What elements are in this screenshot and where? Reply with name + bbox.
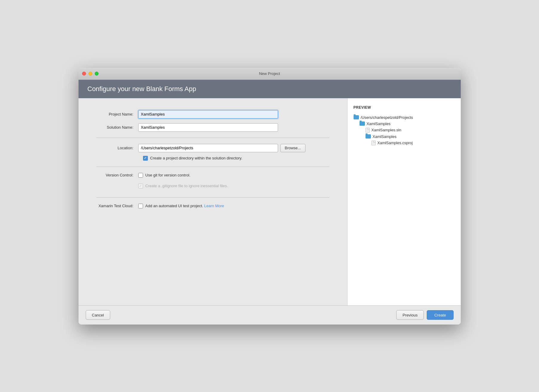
tree-label-xamlsamples-subfolder: XamlSamples [373, 134, 397, 139]
create-project-dir-label: Create a project directory within the so… [150, 156, 242, 160]
folder-icon [360, 122, 365, 126]
header-section: Configure your new Blank Forms App [79, 80, 461, 98]
tree-item-xamlsamples-folder: XamlSamples [354, 121, 455, 127]
traffic-lights [82, 72, 99, 76]
folder-icon [366, 134, 371, 139]
solution-name-label: Solution Name: [96, 125, 138, 130]
window-title: New Project [259, 71, 280, 76]
folder-icon [354, 115, 359, 119]
gitignore-checkbox-label: Create a .gitignore file to ignore iness… [145, 184, 228, 188]
form-panel: Project Name: Solution Name: Location: B… [79, 98, 347, 305]
project-name-label: Project Name: [96, 112, 138, 116]
tree-label-sln: XamlSamples.sln [371, 128, 401, 132]
automated-ui-row: Add an automated UI test project. Learn … [138, 204, 224, 208]
solution-name-row: Solution Name: [96, 123, 329, 132]
tree-item-xamlsamples-subfolder: XamlSamples [354, 133, 455, 140]
tree-label-csproj: XamlSamples.csproj [377, 141, 413, 145]
cancel-button[interactable]: Cancel [86, 310, 110, 320]
tree-label-root: /Users/charlespetzold/Projects [361, 115, 413, 120]
tree-item-root: /Users/charlespetzold/Projects [354, 114, 455, 121]
close-button[interactable] [82, 72, 86, 76]
preview-panel: PREVIEW /Users/charlespetzold/Projects X… [347, 98, 461, 305]
tree-item-sln: XamlSamples.sln [354, 127, 455, 133]
project-name-input[interactable] [138, 110, 278, 119]
divider-3 [96, 197, 329, 198]
content-area: Project Name: Solution Name: Location: B… [79, 98, 461, 305]
previous-button[interactable]: Previous [396, 310, 424, 320]
footer-right: Previous Create [396, 310, 454, 320]
footer: Cancel Previous Create [79, 305, 461, 325]
tree-label-xamlsamples-folder: XamlSamples [367, 122, 391, 126]
git-checkbox-row: Use git for version control. [138, 173, 228, 178]
xamarin-test-cloud-section: Xamarin Test Cloud: Add an automated UI … [96, 204, 329, 211]
create-project-dir-row: Create a project directory within the so… [143, 156, 329, 161]
location-input[interactable] [138, 144, 278, 152]
divider-2 [96, 167, 329, 167]
location-section: Location: Browse... Create a project dir… [96, 144, 329, 161]
divider-1 [96, 138, 329, 138]
gitignore-checkbox [138, 184, 143, 188]
solution-name-input[interactable] [138, 123, 278, 132]
gitignore-checkbox-row: Create a .gitignore file to ignore iness… [138, 184, 228, 188]
xamarin-row: Xamarin Test Cloud: Add an automated UI … [96, 204, 329, 211]
file-icon [366, 128, 370, 133]
tree-item-csproj: XamlSamples.csproj [354, 140, 455, 146]
file-icon [371, 141, 376, 145]
browse-button[interactable]: Browse... [280, 144, 305, 152]
project-name-row: Project Name: [96, 110, 329, 119]
project-name-section: Project Name: Solution Name: [96, 110, 329, 132]
version-control-label: Version Control: [96, 173, 138, 177]
page-title: Configure your new Blank Forms App [87, 85, 452, 93]
version-control-row: Version Control: Use git for version con… [96, 173, 329, 191]
learn-more-link[interactable]: Learn More [204, 204, 224, 208]
version-control-section: Version Control: Use git for version con… [96, 173, 329, 191]
new-project-window: New Project Configure your new Blank For… [79, 68, 461, 325]
preview-title: PREVIEW [354, 105, 455, 110]
automated-ui-label: Add an automated UI test project. [145, 204, 203, 208]
git-checkbox[interactable] [138, 173, 143, 178]
create-project-dir-checkbox[interactable] [143, 156, 148, 161]
create-button[interactable]: Create [427, 310, 453, 320]
maximize-button[interactable] [95, 72, 99, 76]
minimize-button[interactable] [88, 72, 92, 76]
git-checkbox-label: Use git for version control. [145, 173, 191, 177]
automated-ui-checkbox[interactable] [138, 204, 143, 208]
location-row: Location: Browse... [96, 144, 329, 152]
version-control-options: Use git for version control. Create a .g… [138, 173, 228, 191]
titlebar: New Project [79, 68, 461, 80]
location-label: Location: [96, 146, 138, 150]
xamarin-test-cloud-label: Xamarin Test Cloud: [96, 204, 138, 208]
footer-left: Cancel [86, 310, 396, 320]
